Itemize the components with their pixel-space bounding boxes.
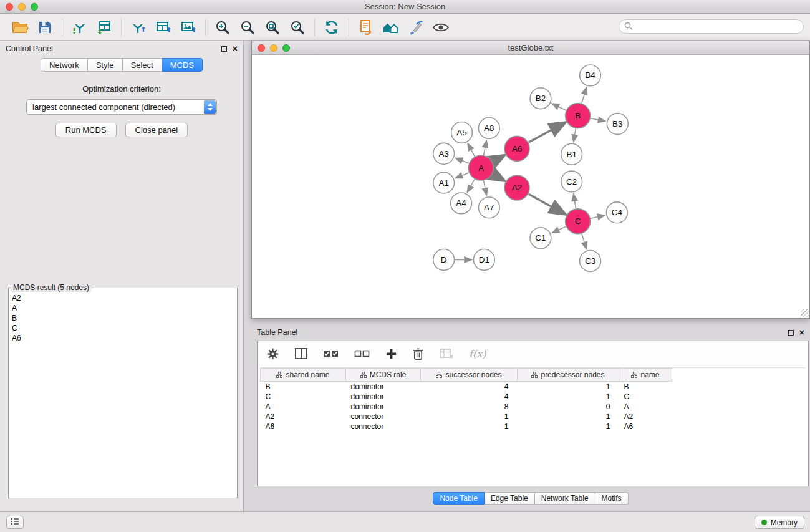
zoom-in-icon[interactable] — [210, 16, 235, 39]
save-icon[interactable] — [32, 16, 57, 39]
refresh-icon[interactable] — [319, 16, 344, 39]
graph-node-A[interactable]: A — [468, 155, 493, 180]
function-builder-button[interactable]: f(x) — [469, 348, 486, 360]
graph-node-A3[interactable]: A3 — [433, 143, 455, 164]
graph-node-A5[interactable]: A5 — [451, 122, 473, 143]
graph-node-C1[interactable]: C1 — [530, 228, 551, 249]
graph-edge-C-C2[interactable] — [574, 195, 576, 208]
graph-edge-A-A8[interactable] — [484, 141, 487, 155]
close-traffic-light-icon[interactable] — [6, 3, 13, 11]
network-close-icon[interactable] — [258, 44, 265, 52]
cell-shared_name[interactable]: A6 — [261, 422, 346, 432]
graph-node-B2[interactable]: B2 — [530, 88, 551, 109]
column-header-predecessor-nodes[interactable]: predecessor nodes — [518, 369, 619, 382]
export-image-icon[interactable] — [176, 16, 201, 39]
cell-mcds_role[interactable]: connector — [346, 422, 421, 432]
houses-icon[interactable] — [378, 16, 403, 39]
tab-motifs[interactable]: Motifs — [595, 492, 629, 505]
tab-node-table[interactable]: Node Table — [433, 492, 485, 505]
mcds-result-item[interactable]: A6 — [12, 333, 234, 343]
graph-edge-B-B4[interactable] — [582, 88, 587, 104]
network-canvas[interactable]: B4B2BB3A5A8A6B1A3AC2A1A2A4A7C4CC1C3DD1 — [252, 56, 809, 318]
graph-edge-A-A5[interactable] — [468, 144, 475, 157]
document-export-icon[interactable] — [354, 16, 378, 39]
graph-node-A1[interactable]: A1 — [433, 172, 455, 193]
minimize-traffic-light-icon[interactable] — [18, 3, 26, 11]
graph-edge-A-A1[interactable] — [456, 173, 469, 178]
unselect-all-icon[interactable] — [354, 348, 370, 359]
graph-edge-C-C3[interactable] — [582, 234, 586, 249]
cell-name[interactable]: A2 — [619, 412, 672, 422]
tab-edge-table[interactable]: Edge Table — [485, 492, 535, 505]
graph-node-B4[interactable]: B4 — [580, 65, 601, 86]
cell-shared_name[interactable]: A — [261, 402, 346, 412]
open-folder-icon[interactable] — [7, 16, 32, 39]
plus-icon[interactable] — [385, 348, 397, 360]
cell-successor_nodes[interactable]: 4 — [421, 382, 518, 392]
graph-edge-C-C1[interactable] — [552, 226, 566, 233]
cell-mcds_role[interactable]: connector — [346, 412, 421, 422]
table-row[interactable]: Cdominator41C — [261, 392, 806, 402]
graph-edge-A-A4[interactable] — [468, 179, 475, 191]
run-mcds-button[interactable]: Run MCDS — [55, 123, 117, 137]
close-panel-icon[interactable]: × — [233, 46, 238, 52]
export-network-icon[interactable] — [126, 16, 151, 39]
cell-mcds_role[interactable]: dominator — [346, 382, 421, 392]
zoom-selected-icon[interactable] — [285, 16, 310, 39]
graph-edge-A2-C[interactable] — [528, 194, 564, 214]
cell-successor_nodes[interactable]: 8 — [421, 402, 518, 412]
cell-successor_nodes[interactable]: 1 — [421, 412, 518, 422]
cell-mcds_role[interactable]: dominator — [346, 392, 421, 402]
cell-name[interactable]: A6 — [619, 422, 672, 432]
paintbrush-icon[interactable] — [403, 16, 428, 39]
graph-node-C[interactable]: C — [566, 209, 591, 234]
resize-handle-icon[interactable] — [801, 309, 809, 317]
optimization-dropdown[interactable]: largest connected component (directed) — [26, 99, 217, 115]
import-network-icon[interactable] — [67, 16, 92, 39]
zoom-fit-icon[interactable] — [260, 16, 285, 39]
cell-predecessor_nodes[interactable]: 0 — [518, 402, 619, 412]
table-row[interactable]: Adominator80A — [261, 402, 806, 412]
zoom-out-icon[interactable] — [235, 16, 260, 39]
close-panel-button[interactable]: Close panel — [125, 123, 188, 137]
tab-mcds[interactable]: MCDS — [162, 58, 203, 72]
graph-node-A8[interactable]: A8 — [478, 118, 499, 139]
graph-edge-B-B2[interactable] — [552, 104, 566, 110]
cell-successor_nodes[interactable]: 1 — [421, 422, 518, 432]
task-history-button[interactable] — [6, 516, 24, 529]
eye-icon[interactable] — [428, 16, 453, 39]
column-header-mcds-role[interactable]: MCDS role — [346, 369, 421, 382]
tab-select[interactable]: Select — [123, 58, 162, 72]
graph-edge-A-A2[interactable] — [493, 174, 504, 180]
graph-node-B3[interactable]: B3 — [607, 114, 628, 135]
graph-node-C4[interactable]: C4 — [606, 202, 627, 223]
cell-shared_name[interactable]: B — [261, 382, 346, 392]
column-header-shared-name[interactable]: shared name — [261, 369, 346, 382]
graph-node-C3[interactable]: C3 — [580, 251, 601, 272]
mcds-result-item[interactable]: A — [12, 303, 234, 313]
cell-predecessor_nodes[interactable]: 1 — [518, 382, 619, 392]
cell-mcds_role[interactable]: dominator — [346, 402, 421, 412]
zoom-traffic-light-icon[interactable] — [31, 3, 38, 11]
float-table-panel-icon[interactable] — [788, 330, 794, 336]
trash-icon[interactable] — [412, 347, 424, 360]
network-graph[interactable]: B4B2BB3A5A8A6B1A3AC2A1A2A4A7C4CC1C3DD1 — [252, 56, 809, 318]
graph-node-C2[interactable]: C2 — [561, 171, 582, 192]
tab-network-table[interactable]: Network Table — [535, 492, 595, 505]
mcds-result-item[interactable]: B — [12, 313, 234, 323]
table-row[interactable]: A2connector11A2 — [261, 412, 806, 422]
memory-button[interactable]: Memory — [755, 516, 804, 529]
mcds-result-item[interactable]: C — [12, 323, 234, 333]
graph-edge-B-B1[interactable] — [574, 128, 576, 142]
network-minimize-icon[interactable] — [270, 44, 277, 52]
cell-name[interactable]: B — [619, 382, 672, 392]
tab-network[interactable]: Network — [41, 58, 88, 72]
tab-style[interactable]: Style — [88, 58, 123, 72]
column-header-successor-nodes[interactable]: successor nodes — [421, 369, 518, 382]
search-field[interactable] — [619, 19, 804, 34]
import-table-icon[interactable] — [92, 16, 117, 39]
graph-edge-A-A6[interactable] — [493, 156, 504, 162]
export-table-icon[interactable] — [151, 16, 176, 39]
cell-successor_nodes[interactable]: 4 — [421, 392, 518, 402]
graph-node-A4[interactable]: A4 — [451, 193, 472, 214]
